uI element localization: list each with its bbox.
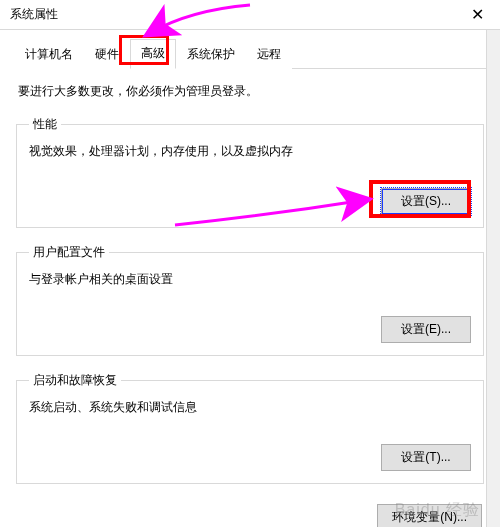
- titlebar: 系统属性 ✕: [0, 0, 500, 30]
- footer-row: 环境变量(N)...: [14, 500, 486, 527]
- group-startup-recovery: 启动和故障恢复 系统启动、系统失败和调试信息 设置(T)...: [16, 372, 484, 484]
- tab-remote[interactable]: 远程: [246, 40, 292, 69]
- group-user-profiles: 用户配置文件 与登录帐户相关的桌面设置 设置(E)...: [16, 244, 484, 356]
- tab-label: 高级: [141, 46, 165, 60]
- environment-variables-button[interactable]: 环境变量(N)...: [377, 504, 482, 527]
- tab-label: 远程: [257, 47, 281, 61]
- group-performance: 性能 视觉效果，处理器计划，内存使用，以及虚拟内存 设置(S)...: [16, 116, 484, 228]
- settings-button-performance[interactable]: 设置(S)...: [381, 188, 471, 215]
- group-legend: 性能: [29, 116, 61, 133]
- tab-label: 计算机名: [25, 47, 73, 61]
- window-title: 系统属性: [10, 6, 58, 23]
- tab-label: 硬件: [95, 47, 119, 61]
- tab-hardware[interactable]: 硬件: [84, 40, 130, 69]
- button-row: 设置(S)...: [29, 188, 471, 215]
- tab-advanced[interactable]: 高级: [130, 39, 176, 69]
- settings-button-user-profiles[interactable]: 设置(E)...: [381, 316, 471, 343]
- scrollbar-vertical[interactable]: [486, 30, 500, 527]
- group-legend: 用户配置文件: [29, 244, 109, 261]
- group-desc: 与登录帐户相关的桌面设置: [29, 271, 471, 288]
- close-button[interactable]: ✕: [455, 0, 500, 30]
- tab-strip: 计算机名 硬件 高级 系统保护 远程: [14, 38, 486, 69]
- group-desc: 系统启动、系统失败和调试信息: [29, 399, 471, 416]
- group-desc: 视觉效果，处理器计划，内存使用，以及虚拟内存: [29, 143, 471, 160]
- settings-button-startup[interactable]: 设置(T)...: [381, 444, 471, 471]
- group-legend: 启动和故障恢复: [29, 372, 121, 389]
- tab-label: 系统保护: [187, 47, 235, 61]
- close-icon: ✕: [471, 5, 484, 24]
- tab-computer-name[interactable]: 计算机名: [14, 40, 84, 69]
- button-row: 设置(T)...: [29, 444, 471, 471]
- admin-note: 要进行大多数更改，你必须作为管理员登录。: [18, 83, 482, 100]
- client-area: 计算机名 硬件 高级 系统保护 远程 要进行大多数更改，你必须作为管理员登录。 …: [0, 30, 500, 527]
- button-row: 设置(E)...: [29, 316, 471, 343]
- tab-system-protection[interactable]: 系统保护: [176, 40, 246, 69]
